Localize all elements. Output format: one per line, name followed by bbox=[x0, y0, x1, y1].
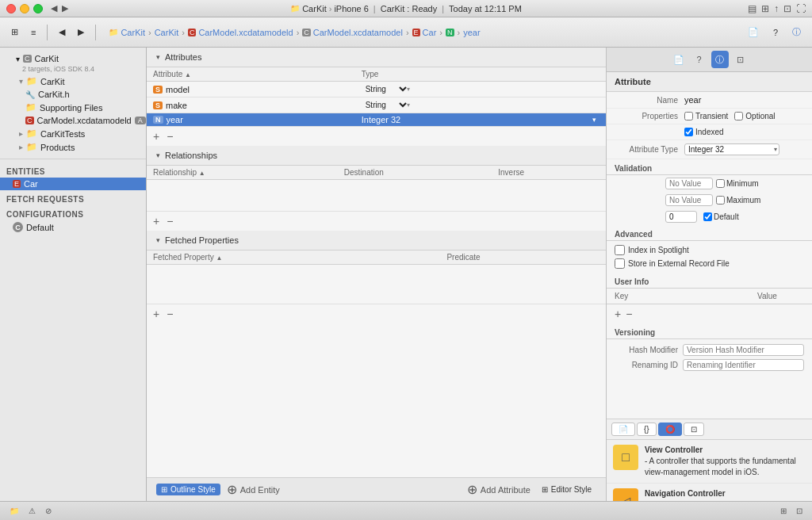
obj-tab-circle[interactable]: ⭕ bbox=[658, 422, 682, 436]
transient-input[interactable] bbox=[684, 112, 693, 120]
maximum-input[interactable] bbox=[716, 196, 725, 205]
attributes-table: Attribute ▲ Type S model bbox=[147, 67, 606, 127]
file-inspector-btn[interactable]: 📄 bbox=[743, 23, 764, 42]
indexed-checkbox[interactable]: Indexed bbox=[684, 128, 724, 136]
remove-attribute-btn[interactable]: − bbox=[167, 130, 173, 143]
table-row[interactable]: S model String ▾ bbox=[147, 82, 606, 98]
obj-tab-bracket[interactable]: {} bbox=[637, 422, 657, 436]
add-entity-btn[interactable]: ⊕ Add Entity bbox=[227, 482, 280, 497]
sidebar-toggle-icon[interactable]: ▤ bbox=[748, 3, 756, 14]
insp-tab-quick[interactable]: ? bbox=[691, 51, 708, 68]
toolbar-btn-list[interactable]: ≡ bbox=[26, 23, 40, 42]
add-attribute-btn[interactable]: + bbox=[153, 130, 159, 143]
window-icon[interactable]: ⊡ bbox=[783, 3, 791, 14]
nav-back-icon[interactable]: ◀ bbox=[51, 3, 57, 13]
fullscreen-icon[interactable]: ⛶ bbox=[796, 3, 806, 14]
minimize-button[interactable] bbox=[20, 4, 29, 13]
type-select-model[interactable]: String bbox=[362, 83, 410, 95]
user-info-add-row: + − bbox=[607, 304, 812, 323]
insp-tab-file[interactable]: 📄 bbox=[670, 51, 688, 68]
remove-fetched-btn[interactable]: − bbox=[167, 308, 173, 320]
value-col: Value bbox=[694, 292, 777, 300]
store-external-input[interactable] bbox=[615, 258, 625, 269]
maximum-checkbox[interactable]: Maximum bbox=[716, 196, 760, 205]
default-input[interactable] bbox=[703, 212, 712, 221]
breadcrumb-n[interactable]: N bbox=[446, 29, 454, 36]
relationships-section-header[interactable]: ▾ Relationships bbox=[147, 146, 606, 166]
index-spotlight-input[interactable] bbox=[615, 245, 625, 255]
bottom-icon-folder[interactable]: 📁 bbox=[6, 505, 22, 517]
add-fetched-btn[interactable]: + bbox=[153, 308, 159, 320]
bottom-icon-warning[interactable]: ⚠ bbox=[25, 505, 39, 517]
device-name: iPhone 6 bbox=[334, 4, 368, 13]
add-relationship-btn[interactable]: + bbox=[153, 215, 159, 228]
default-checkbox[interactable]: Default bbox=[703, 212, 739, 221]
sidebar-item-carkittests[interactable]: ▸ 📁 CarKitTests bbox=[3, 127, 143, 140]
bottom-icon-grid[interactable]: ⊞ bbox=[777, 505, 790, 517]
attr-icon-s: S bbox=[153, 86, 163, 94]
attr-type-select[interactable]: Integer 32 Integer 16 Integer 64 String … bbox=[684, 143, 779, 155]
remove-user-info-btn[interactable]: − bbox=[626, 308, 632, 320]
remove-relationship-btn[interactable]: − bbox=[167, 215, 173, 228]
type-select-make[interactable]: String bbox=[362, 99, 410, 111]
attributes-section-header[interactable]: ▾ Attributes bbox=[147, 48, 606, 67]
optional-input[interactable] bbox=[734, 112, 743, 120]
breadcrumb-car[interactable]: E Car bbox=[412, 28, 437, 37]
add-user-info-btn[interactable]: + bbox=[615, 308, 621, 320]
store-external-label[interactable]: Store in External Record File bbox=[615, 257, 804, 270]
default-value-input[interactable] bbox=[665, 211, 697, 223]
breadcrumb-carkit1[interactable]: 📁 CarKit bbox=[109, 28, 145, 37]
sidebar-item-supporting-files[interactable]: 📁 Supporting Files bbox=[3, 101, 143, 114]
maximize-button[interactable] bbox=[33, 4, 43, 13]
sidebar-item-products[interactable]: ▸ 📁 Products bbox=[3, 140, 143, 154]
obj-tab-cube[interactable]: ⊡ bbox=[684, 422, 704, 436]
table-row-year[interactable]: N year Integer 32 ▾ bbox=[147, 113, 606, 127]
hash-modifier-input[interactable] bbox=[683, 344, 804, 356]
attributes-title: Attributes bbox=[165, 52, 201, 62]
inspector-btn[interactable]: ⓘ bbox=[787, 23, 806, 42]
nav-forward-icon[interactable]: ▶ bbox=[62, 3, 68, 13]
insp-tab-identity[interactable]: ⓘ bbox=[711, 51, 729, 68]
help-btn[interactable]: ? bbox=[768, 23, 783, 42]
transient-checkbox[interactable]: Transient bbox=[684, 112, 728, 120]
minimum-input[interactable] bbox=[716, 179, 725, 188]
optional-checkbox[interactable]: Optional bbox=[734, 112, 775, 120]
fetched-properties-section-header[interactable]: ▾ Fetched Properties bbox=[147, 231, 606, 250]
bottom-icon-error[interactable]: ⊘ bbox=[42, 505, 55, 517]
forward-btn[interactable]: ▶ bbox=[73, 23, 89, 42]
separator2 bbox=[95, 25, 96, 40]
index-spotlight-label[interactable]: Index in Spotlight bbox=[615, 243, 804, 257]
indexed-input[interactable] bbox=[684, 128, 693, 136]
insp-tab-size[interactable]: ⊡ bbox=[732, 51, 749, 68]
breadcrumb-year[interactable]: year bbox=[463, 28, 480, 37]
share-icon[interactable]: ↑ bbox=[774, 3, 779, 14]
sidebar-item-car[interactable]: E Car bbox=[0, 178, 146, 190]
breadcrumb-xcdatamodeld[interactable]: C CarModel.xcdatamodeld bbox=[188, 28, 293, 37]
editor-style-btn[interactable]: ⊞ Editor Style bbox=[537, 484, 596, 495]
obj-tab-file[interactable]: 📄 bbox=[611, 422, 635, 436]
sidebar-item-carkit-project[interactable]: ▾ C CarKit bbox=[3, 52, 143, 65]
attr-icon-n: N bbox=[153, 116, 163, 124]
breadcrumb-carkit2[interactable]: CarKit bbox=[155, 28, 179, 37]
back-btn[interactable]: ◀ bbox=[54, 23, 70, 42]
fetch-requests-header: FETCH REQUESTS bbox=[0, 190, 146, 205]
sidebar-item-carkit-h[interactable]: 🔧 CarKit.h bbox=[3, 88, 143, 101]
hide-panel-icon[interactable]: ⊞ bbox=[761, 3, 769, 14]
add-attribute-bottom-btn[interactable]: ⊕ Add Attribute bbox=[467, 482, 530, 497]
min-value-input[interactable] bbox=[665, 178, 713, 189]
sidebar-item-carkit-folder[interactable]: ▾ 📁 CarKit bbox=[3, 75, 143, 88]
renaming-id-input[interactable] bbox=[683, 359, 804, 371]
breadcrumb-xcdatamodel[interactable]: C CarModel.xcdatamodel bbox=[302, 28, 403, 37]
type-arrow-year[interactable]: ▾ bbox=[592, 116, 596, 124]
table-row[interactable]: S make String ▾ bbox=[147, 98, 606, 113]
minimum-checkbox[interactable]: Minimum bbox=[716, 179, 759, 188]
obj-item-navcontroller[interactable]: ◁ Navigation Controller - A controller t… bbox=[607, 484, 812, 501]
toolbar-btn-grid[interactable]: ⊞ bbox=[6, 23, 23, 42]
outline-style-btn[interactable]: ⊞ Outline Style bbox=[156, 484, 220, 495]
bottom-icon-split[interactable]: ⊡ bbox=[793, 505, 806, 517]
sidebar-item-default[interactable]: C Default bbox=[0, 220, 146, 234]
obj-item-viewcontroller[interactable]: □ View Controller - A controller that su… bbox=[607, 440, 812, 484]
max-value-input[interactable] bbox=[665, 194, 713, 206]
close-button[interactable] bbox=[6, 4, 16, 13]
sidebar-item-carmodel[interactable]: C CarModel.xcdatamodeld A bbox=[3, 114, 143, 127]
